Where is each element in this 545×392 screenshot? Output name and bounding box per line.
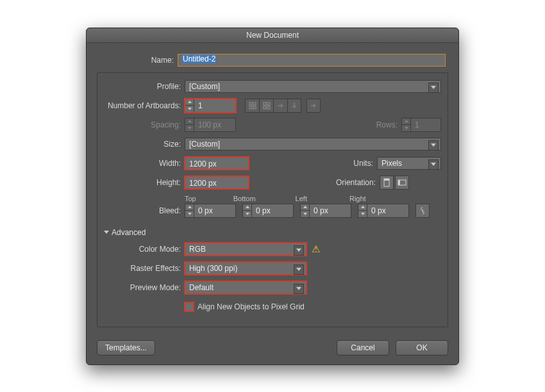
advanced-disclosure[interactable]: Advanced [104, 228, 441, 237]
preview-mode-value: Default [189, 283, 214, 292]
profile-label: Profile: [104, 82, 185, 91]
bleed-right-label: Right [349, 195, 366, 202]
svg-rect-2 [249, 106, 252, 109]
svg-rect-0 [249, 102, 252, 105]
color-mode-value: RGB [189, 245, 206, 254]
dropdown-arrow-icon [294, 284, 304, 294]
spacing-spinner: 100 px [185, 118, 236, 132]
profile-value: [Custom] [189, 82, 220, 91]
stepper-up-icon [185, 118, 194, 126]
stepper-up-icon[interactable] [301, 204, 309, 211]
arrange-grid-col-icon[interactable] [259, 99, 273, 113]
stepper-up-icon[interactable] [185, 99, 194, 106]
arrange-row-rtl-icon[interactable] [287, 99, 301, 113]
svg-rect-5 [267, 102, 270, 105]
num-artboards-spinner[interactable]: 1 [185, 99, 236, 113]
svg-rect-12 [398, 180, 400, 185]
raster-effects-value: High (300 ppi) [189, 264, 237, 273]
document-settings-group: Profile: [Custom] Number of Artboards: 1 [97, 72, 448, 327]
name-input[interactable]: Untitled-2 [178, 54, 446, 67]
size-label: Size: [104, 140, 185, 149]
stepper-down-icon[interactable] [185, 211, 194, 217]
dropdown-arrow-icon [428, 83, 439, 93]
name-label: Name: [97, 56, 178, 65]
stepper-down-icon[interactable] [301, 211, 309, 217]
svg-rect-10 [384, 179, 389, 181]
spacing-label: Spacing: [104, 120, 185, 129]
dropdown-arrow-icon [294, 265, 304, 275]
arrow-right-icon[interactable] [306, 99, 321, 113]
svg-rect-4 [264, 102, 266, 105]
orientation-landscape-icon[interactable] [395, 176, 409, 190]
num-artboards-value[interactable]: 1 [194, 99, 236, 113]
dialog-buttons: Templates... Cancel OK [97, 340, 448, 355]
spacing-value: 100 px [194, 118, 236, 132]
units-select[interactable]: Pixels [377, 157, 441, 170]
color-mode-label: Color Mode: [104, 245, 185, 254]
dropdown-arrow-icon [294, 245, 304, 256]
warning-icon: ⚠ [312, 243, 320, 255]
height-label: Height: [104, 178, 185, 187]
dropdown-arrow-icon [428, 140, 439, 151]
link-bleed-icon[interactable] [415, 204, 430, 218]
stepper-up-icon[interactable] [243, 204, 251, 211]
bleed-bottom-spinner[interactable]: 0 px [242, 204, 294, 218]
templates-button[interactable]: Templates... [97, 340, 155, 355]
svg-rect-1 [253, 102, 256, 105]
orientation-label: Orientation: [336, 178, 380, 187]
width-label: Width: [104, 159, 185, 168]
rows-label: Rows: [376, 120, 401, 129]
bleed-label: Bleed: [104, 206, 185, 215]
dialog-content: Name: Untitled-2 Profile: [Custom] Numbe… [87, 43, 458, 364]
bleed-top-value[interactable]: 0 px [194, 204, 236, 218]
bleed-bottom-value[interactable]: 0 px [251, 204, 294, 218]
stepper-down-icon[interactable] [243, 211, 251, 217]
stepper-up-icon[interactable] [358, 204, 367, 211]
bleed-left-value[interactable]: 0 px [309, 204, 351, 218]
stepper-up-icon [402, 118, 410, 126]
stepper-up-icon[interactable] [185, 204, 194, 211]
size-value: [Custom] [189, 140, 220, 149]
stepper-down-icon[interactable] [185, 106, 194, 112]
size-select[interactable]: [Custom] [185, 138, 441, 151]
bleed-right-value[interactable]: 0 px [367, 204, 409, 218]
stepper-down-icon [185, 125, 194, 131]
preview-mode-select[interactable]: Default [185, 281, 306, 294]
height-input[interactable]: 1200 px [185, 176, 249, 189]
svg-rect-6 [264, 106, 266, 109]
name-value: Untitled-2 [182, 54, 216, 63]
dropdown-arrow-icon [428, 159, 439, 170]
raster-effects-label: Raster Effects: [104, 264, 185, 273]
num-artboards-label: Number of Artboards: [104, 101, 185, 110]
width-input[interactable]: 1200 px [185, 157, 249, 170]
align-pixel-grid-checkbox[interactable] [185, 302, 194, 311]
bleed-top-label: Top [185, 195, 196, 202]
cancel-button[interactable]: Cancel [337, 340, 389, 355]
stepper-down-icon [402, 125, 410, 131]
artboard-arrangement-row [245, 99, 301, 113]
align-pixel-grid-label: Align New Objects to Pixel Grid [197, 302, 305, 311]
units-label: Units: [353, 159, 377, 168]
arrange-row-ltr-icon[interactable] [273, 99, 287, 113]
raster-effects-select[interactable]: High (300 ppi) [185, 262, 306, 275]
color-mode-select[interactable]: RGB [185, 243, 306, 256]
bleed-right-spinner[interactable]: 0 px [358, 204, 409, 218]
advanced-label: Advanced [112, 228, 146, 237]
svg-rect-3 [253, 106, 256, 109]
units-value: Pixels [382, 159, 402, 168]
orientation-portrait-icon[interactable] [380, 176, 394, 190]
new-document-dialog: New Document Name: Untitled-2 Profile: [… [86, 28, 459, 365]
bleed-left-label: Left [296, 195, 307, 202]
arrange-grid-row-icon[interactable] [245, 99, 259, 113]
bleed-bottom-label: Bottom [233, 195, 256, 202]
ok-button[interactable]: OK [396, 340, 448, 355]
stepper-down-icon[interactable] [358, 211, 367, 217]
bleed-top-spinner[interactable]: 0 px [185, 204, 236, 218]
profile-select[interactable]: [Custom] [185, 80, 441, 93]
rows-value: 1 [410, 118, 441, 132]
svg-rect-7 [267, 106, 270, 109]
preview-mode-label: Preview Mode: [104, 283, 185, 292]
bleed-left-spinner[interactable]: 0 px [300, 204, 351, 218]
dialog-title: New Document [87, 28, 458, 43]
rows-spinner: 1 [401, 118, 441, 132]
